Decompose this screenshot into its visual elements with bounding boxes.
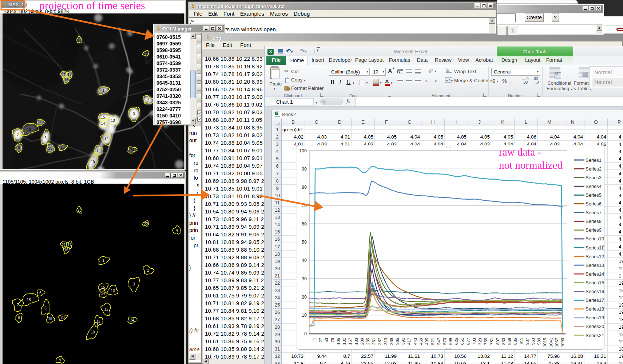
svg-text:2: 2 — [147, 268, 149, 272]
svg-text:1067: 1067 — [555, 338, 559, 347]
svg-text:547: 547 — [437, 338, 441, 345]
svg-text:937: 937 — [525, 338, 529, 345]
svg-text:651: 651 — [460, 338, 464, 345]
svg-text:3: 3 — [133, 282, 135, 286]
svg-text:10: 10 — [91, 330, 95, 334]
svg-text:22: 22 — [144, 52, 148, 56]
svg-text:1015: 1015 — [543, 338, 547, 347]
svg-text:23: 23 — [77, 208, 82, 212]
svg-text:40: 40 — [302, 258, 307, 263]
svg-text:17: 17 — [67, 73, 72, 77]
svg-text:Series2: Series2 — [586, 166, 602, 172]
svg-text:5: 5 — [44, 306, 47, 310]
svg-text:209: 209 — [360, 338, 364, 345]
svg-text:0: 0 — [304, 331, 307, 336]
svg-text:17: 17 — [67, 243, 72, 247]
svg-text:Series1: Series1 — [586, 157, 602, 163]
svg-text:Series11: Series11 — [586, 245, 604, 251]
svg-text:599: 599 — [448, 338, 453, 345]
svg-text:469: 469 — [419, 338, 423, 345]
svg-text:391: 391 — [401, 338, 405, 345]
svg-text:6: 6 — [39, 291, 41, 295]
svg-text:261: 261 — [372, 338, 376, 345]
svg-text:Series21: Series21 — [586, 333, 604, 338]
svg-text:20: 20 — [60, 316, 65, 320]
svg-text:18: 18 — [27, 298, 31, 302]
svg-text:30: 30 — [302, 276, 307, 281]
svg-text:339: 339 — [389, 338, 394, 345]
svg-text:8: 8 — [18, 316, 20, 320]
svg-text:10: 10 — [91, 160, 95, 164]
svg-text:21: 21 — [61, 73, 66, 77]
svg-text:11: 11 — [96, 149, 100, 153]
svg-text:859: 859 — [507, 338, 512, 345]
svg-text:1041: 1041 — [549, 338, 553, 347]
svg-text:23: 23 — [77, 38, 82, 42]
svg-text:11: 11 — [96, 319, 100, 323]
svg-text:287: 287 — [377, 338, 382, 345]
svg-text:4: 4 — [176, 228, 178, 232]
svg-text:443: 443 — [413, 338, 417, 345]
svg-text:Series3: Series3 — [586, 175, 602, 180]
svg-text:807: 807 — [496, 338, 500, 345]
svg-text:Series13: Series13 — [586, 263, 604, 268]
svg-text:833: 833 — [501, 338, 506, 345]
svg-text:15: 15 — [101, 115, 105, 119]
svg-text:Series16: Series16 — [586, 289, 604, 294]
svg-text:24: 24 — [130, 318, 134, 322]
svg-text:90: 90 — [302, 167, 307, 172]
svg-text:19: 19 — [48, 147, 52, 151]
svg-text:Series8: Series8 — [586, 219, 602, 224]
svg-text:6: 6 — [39, 121, 41, 125]
svg-text:19: 19 — [48, 317, 52, 321]
svg-text:12: 12 — [104, 137, 108, 141]
svg-text:183: 183 — [354, 338, 358, 345]
svg-text:Series5: Series5 — [586, 192, 602, 198]
svg-text:729: 729 — [478, 338, 482, 345]
svg-text:20: 20 — [302, 295, 307, 300]
svg-text:989: 989 — [537, 338, 541, 345]
svg-text:495: 495 — [425, 338, 429, 345]
svg-text:15: 15 — [101, 285, 105, 289]
svg-text:1: 1 — [313, 338, 317, 340]
svg-text:573: 573 — [443, 338, 447, 345]
svg-text:Series6: Series6 — [586, 201, 602, 207]
svg-text:50: 50 — [302, 240, 307, 245]
svg-text:20: 20 — [60, 145, 65, 149]
svg-text:70: 70 — [302, 203, 307, 208]
svg-text:1: 1 — [102, 88, 104, 92]
svg-text:3: 3 — [133, 112, 135, 116]
svg-text:365: 365 — [395, 338, 400, 345]
svg-text:21: 21 — [61, 243, 66, 247]
svg-text:Series17: Series17 — [586, 297, 604, 303]
svg-text:9: 9 — [59, 358, 61, 362]
svg-text:755: 755 — [484, 338, 488, 345]
svg-text:22: 22 — [144, 222, 148, 226]
svg-text:521: 521 — [430, 338, 435, 345]
svg-text:Series15: Series15 — [586, 280, 604, 285]
svg-text:79: 79 — [330, 338, 335, 343]
svg-text:Series19: Series19 — [586, 315, 604, 320]
svg-text:885: 885 — [513, 338, 517, 345]
svg-text:Series14: Series14 — [586, 271, 604, 277]
svg-text:16: 16 — [64, 78, 68, 82]
svg-text:105: 105 — [336, 338, 341, 345]
svg-text:131: 131 — [342, 338, 346, 345]
svg-text:313: 313 — [384, 338, 388, 345]
svg-text:Series18: Series18 — [586, 306, 604, 312]
svg-text:60: 60 — [302, 221, 307, 227]
svg-text:235: 235 — [366, 338, 370, 345]
svg-text:911: 911 — [519, 338, 524, 344]
svg-text:Series12: Series12 — [586, 254, 604, 259]
svg-text:Series10: Series10 — [586, 236, 604, 241]
svg-text:Series4: Series4 — [586, 184, 602, 189]
svg-text:703: 703 — [472, 338, 476, 345]
svg-text:Series7: Series7 — [586, 210, 602, 215]
svg-text:417: 417 — [407, 338, 411, 345]
svg-text:Series20: Series20 — [586, 324, 604, 329]
svg-text:1093: 1093 — [560, 338, 565, 347]
svg-text:80: 80 — [302, 185, 307, 190]
svg-text:677: 677 — [466, 338, 471, 345]
svg-text:10: 10 — [302, 313, 307, 318]
svg-text:24: 24 — [130, 148, 134, 152]
